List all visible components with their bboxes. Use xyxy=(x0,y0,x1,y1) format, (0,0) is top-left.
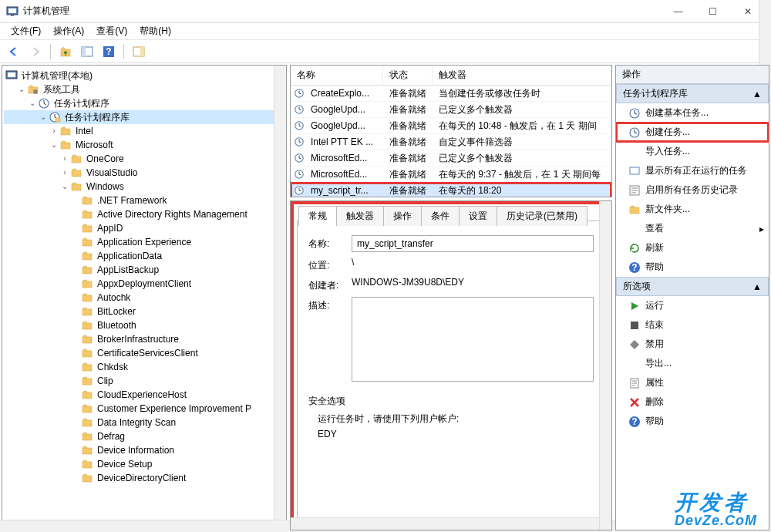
tree-item[interactable]: Defrag xyxy=(4,429,284,443)
tree-item[interactable]: CloudExperienceHost xyxy=(4,388,284,402)
back-button[interactable] xyxy=(5,42,23,61)
label-author: 创建者: xyxy=(308,277,352,292)
svg-rect-25 xyxy=(82,240,92,246)
action-help[interactable]: ?帮助 xyxy=(616,258,769,277)
tree-windows[interactable]: ⌄Windows xyxy=(4,180,284,194)
tree-scrollbar[interactable] xyxy=(274,66,286,530)
tree-item[interactable]: CertificateServicesClient xyxy=(4,346,284,360)
action-properties[interactable]: 属性 xyxy=(616,373,769,392)
action-help-2[interactable]: ?帮助 xyxy=(616,412,769,431)
tree-item[interactable]: ApplicationData xyxy=(4,249,284,263)
app-icon xyxy=(6,5,19,18)
field-task-name[interactable]: my_script_transfer xyxy=(352,235,594,252)
forward-button[interactable] xyxy=(26,42,45,61)
action-end[interactable]: 结束 xyxy=(616,315,769,335)
tree-sys-tools[interactable]: ⌄系统工具 xyxy=(4,82,284,96)
tree-item[interactable]: Device Setup xyxy=(4,457,284,471)
menu-view[interactable]: 查看(V) xyxy=(90,23,133,39)
tree-item[interactable]: AppID xyxy=(4,221,284,235)
task-row[interactable]: MicrosoftEd...准备就绪已定义多个触发器 xyxy=(291,150,611,167)
tree-intel[interactable]: ›Intel xyxy=(4,124,284,138)
col-status[interactable]: 状态 xyxy=(383,66,433,85)
minimize-button[interactable]: — xyxy=(661,1,695,22)
svg-rect-17 xyxy=(61,129,70,135)
svg-rect-23 xyxy=(82,212,92,218)
tree-item[interactable]: Active Directory Rights Management xyxy=(4,207,284,221)
action-run[interactable]: 运行 xyxy=(616,296,769,315)
action-enable-history[interactable]: 启用所有任务历史记录 xyxy=(616,180,769,200)
tree-item[interactable]: Bluetooth xyxy=(4,318,284,332)
action-show-running[interactable]: 显示所有正在运行的任务 xyxy=(616,161,769,180)
menu-action[interactable]: 操作(A) xyxy=(47,23,90,39)
task-row[interactable]: Intel PTT EK ...准备就绪自定义事件筛选器 xyxy=(291,134,611,150)
tree-item[interactable]: AppListBackup xyxy=(4,263,284,277)
detail-scrollbar-y[interactable] xyxy=(599,201,611,530)
action-refresh[interactable]: 刷新 xyxy=(616,238,769,258)
delete-icon xyxy=(628,396,641,409)
action-import-task[interactable]: 导入任务... xyxy=(616,142,769,161)
tree-item[interactable]: .NET Framework xyxy=(4,194,284,207)
detail-scrollbar-x[interactable] xyxy=(291,517,599,530)
tab-conditions[interactable]: 条件 xyxy=(421,206,460,226)
svg-rect-40 xyxy=(82,448,92,454)
menu-help[interactable]: 帮助(H) xyxy=(133,23,177,39)
task-row[interactable]: MicrosoftEd...准备就绪在每天的 9:37 - 触发后，在 1 天 … xyxy=(291,167,611,183)
col-trigger[interactable]: 触发器 xyxy=(433,66,611,85)
svg-rect-37 xyxy=(82,406,92,412)
task-row[interactable]: GoogleUpd...准备就绪已定义多个触发器 xyxy=(291,102,611,118)
actions-group-selected[interactable]: 所选项▲ xyxy=(616,277,769,296)
menu-file[interactable]: 文件(F) xyxy=(5,23,47,39)
tree-item[interactable]: Autochk xyxy=(4,291,284,305)
tree-item[interactable]: Customer Experience Improvement P xyxy=(4,402,284,416)
field-description[interactable] xyxy=(352,297,594,382)
tree-item[interactable]: BrokerInfrastructure xyxy=(4,332,284,346)
tab-settings[interactable]: 设置 xyxy=(459,206,497,226)
up-button[interactable] xyxy=(56,42,75,61)
task-row[interactable]: CreateExplo...准备就绪当创建任务或修改任务时 xyxy=(291,86,611,102)
task-row[interactable]: my_script_tr...准备就绪在每天的 18:20 xyxy=(291,183,611,197)
show-hide-tree-button[interactable] xyxy=(78,42,96,61)
tree-task-scheduler[interactable]: ⌄任务计划程序 xyxy=(4,96,284,110)
action-create-task[interactable]: 创建任务... xyxy=(616,123,769,142)
clock-icon xyxy=(294,88,305,99)
maximize-button[interactable]: ☐ xyxy=(695,1,730,22)
task-row[interactable]: GoogleUpd...准备就绪在每天的 10:48 - 触发后，在 1 天 期… xyxy=(291,118,611,134)
toolbar: ? xyxy=(0,40,771,63)
tree-item[interactable]: Data Integrity Scan xyxy=(4,416,284,429)
tree-microsoft[interactable]: ⌄Microsoft xyxy=(4,138,284,152)
svg-rect-31 xyxy=(82,323,92,329)
tree-library[interactable]: ⌄任务计划程序库 xyxy=(4,110,284,124)
tree-visualstudio[interactable]: ›VisualStudio xyxy=(4,166,284,180)
action-disable[interactable]: 禁用 xyxy=(616,335,769,354)
action-delete[interactable]: 删除 xyxy=(616,392,769,412)
action-export[interactable]: 导出... xyxy=(616,354,769,373)
action-view[interactable]: 查看▸ xyxy=(616,219,769,238)
toggle-pane-button[interactable] xyxy=(130,42,148,61)
action-new-folder[interactable]: 新文件夹... xyxy=(616,200,769,219)
tree-root[interactable]: 计算机管理(本地) xyxy=(4,69,284,82)
tab-actions[interactable]: 操作 xyxy=(383,206,422,226)
disable-icon xyxy=(628,338,641,351)
tree-onecore[interactable]: ›OneCore xyxy=(4,152,284,166)
tab-general[interactable]: 常规 xyxy=(298,206,337,226)
tree-item[interactable]: Device Information xyxy=(4,443,284,457)
wizard-icon xyxy=(628,107,641,120)
col-name[interactable]: 名称 xyxy=(291,66,383,85)
tree-pane[interactable]: 计算机管理(本地) ⌄系统工具 ⌄任务计划程序 ⌄任务计划程序库 ›Intel … xyxy=(2,65,287,530)
tree-item[interactable]: Chkdsk xyxy=(4,360,284,374)
svg-rect-33 xyxy=(82,351,92,357)
tree-item[interactable]: AppxDeploymentClient xyxy=(4,277,284,291)
task-list[interactable]: 名称 状态 触发器 CreateExplo...准备就绪当创建任务或修改任务时G… xyxy=(290,65,612,197)
tree-item[interactable]: DeviceDirectoryClient xyxy=(4,471,284,485)
window-title: 计算机管理 xyxy=(23,5,661,18)
tree-item[interactable]: Clip xyxy=(4,374,284,388)
tab-triggers[interactable]: 触发器 xyxy=(336,206,384,226)
help-button[interactable]: ? xyxy=(99,42,118,61)
action-create-basic-task[interactable]: 创建基本任务... xyxy=(616,103,769,123)
tree-item[interactable]: Application Experience xyxy=(4,235,284,249)
tree-item[interactable]: BitLocker xyxy=(4,305,284,318)
svg-rect-30 xyxy=(82,309,92,315)
actions-group-library[interactable]: 任务计划程序库▲ xyxy=(616,84,769,103)
svg-rect-26 xyxy=(82,254,92,260)
tab-history[interactable]: 历史记录(已禁用) xyxy=(497,206,588,226)
